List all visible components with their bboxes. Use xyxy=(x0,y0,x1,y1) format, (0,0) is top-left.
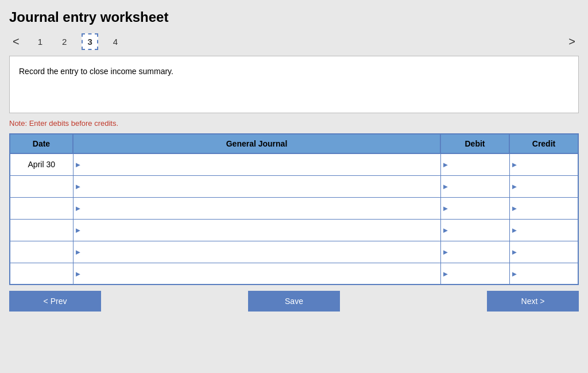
credit-input-4[interactable] xyxy=(510,220,578,241)
debit-input-5[interactable] xyxy=(441,241,509,263)
table-row: April 30 ► ► ► xyxy=(10,153,578,175)
debit-cell-2[interactable]: ► xyxy=(440,175,509,197)
next-arrow[interactable]: > xyxy=(565,34,579,49)
table-row: ► ► ► xyxy=(10,241,578,263)
credit-cell-2[interactable]: ► xyxy=(509,175,578,197)
prev-arrow[interactable]: < xyxy=(9,34,23,49)
date-cell-6 xyxy=(10,263,73,284)
date-cell-5 xyxy=(10,241,73,263)
debit-cell-5[interactable]: ► xyxy=(440,241,509,263)
page-title: Journal entry worksheet xyxy=(9,9,579,25)
gj-cell-1[interactable]: ► xyxy=(73,153,440,175)
nav-row: < 1 2 3 4 > xyxy=(9,33,579,50)
credit-input-5[interactable] xyxy=(510,241,578,263)
gj-cell-4[interactable]: ► xyxy=(73,219,440,241)
debit-cell-1[interactable]: ► xyxy=(440,153,509,175)
date-cell-2 xyxy=(10,175,73,197)
credit-cell-1[interactable]: ► xyxy=(509,153,578,175)
credit-cell-5[interactable]: ► xyxy=(509,241,578,263)
next-button[interactable]: Next > xyxy=(487,291,579,312)
gj-input-1[interactable] xyxy=(74,154,440,175)
credit-cell-4[interactable]: ► xyxy=(509,219,578,241)
credit-cell-6[interactable]: ► xyxy=(509,263,578,284)
credit-input-2[interactable] xyxy=(510,176,578,197)
gj-cell-5[interactable]: ► xyxy=(73,241,440,263)
debit-cell-4[interactable]: ► xyxy=(440,219,509,241)
debit-input-4[interactable] xyxy=(441,220,509,241)
instruction-text: Record the entry to close income summary… xyxy=(19,67,173,76)
gj-cell-2[interactable]: ► xyxy=(73,175,440,197)
prev-button[interactable]: < Prev xyxy=(9,291,101,312)
save-button[interactable]: Save xyxy=(248,291,340,312)
note-text: Note: Enter debits before credits. xyxy=(9,119,579,128)
nav-tab-1[interactable]: 1 xyxy=(33,34,47,49)
date-cell-1: April 30 xyxy=(10,153,73,175)
header-general-journal: General Journal xyxy=(73,134,440,153)
gj-input-4[interactable] xyxy=(74,220,440,241)
debit-cell-3[interactable]: ► xyxy=(440,197,509,219)
credit-cell-3[interactable]: ► xyxy=(509,197,578,219)
nav-tab-2[interactable]: 2 xyxy=(57,34,71,49)
credit-input-6[interactable] xyxy=(510,263,578,284)
table-row: ► ► ► xyxy=(10,197,578,219)
bottom-buttons: < Prev Save Next > xyxy=(9,291,579,312)
instruction-box: Record the entry to close income summary… xyxy=(9,56,579,113)
nav-tab-4[interactable]: 4 xyxy=(109,34,122,49)
gj-input-3[interactable] xyxy=(74,198,440,219)
gj-input-2[interactable] xyxy=(74,176,440,197)
debit-input-1[interactable] xyxy=(441,154,509,175)
date-cell-4 xyxy=(10,219,73,241)
debit-input-6[interactable] xyxy=(441,263,509,284)
table-row: ► ► ► xyxy=(10,263,578,284)
header-debit: Debit xyxy=(440,134,509,153)
gj-input-5[interactable] xyxy=(74,241,440,263)
credit-input-1[interactable] xyxy=(510,154,578,175)
header-date: Date xyxy=(10,134,73,153)
date-cell-3 xyxy=(10,197,73,219)
table-row: ► ► ► xyxy=(10,175,578,197)
debit-input-3[interactable] xyxy=(441,198,509,219)
credit-input-3[interactable] xyxy=(510,198,578,219)
debit-cell-6[interactable]: ► xyxy=(440,263,509,284)
debit-input-2[interactable] xyxy=(441,176,509,197)
gj-input-6[interactable] xyxy=(74,263,440,284)
journal-table: Date General Journal Debit Credit April … xyxy=(9,133,579,285)
nav-tab-3[interactable]: 3 xyxy=(82,33,98,50)
table-row: ► ► ► xyxy=(10,219,578,241)
gj-cell-6[interactable]: ► xyxy=(73,263,440,284)
gj-cell-3[interactable]: ► xyxy=(73,197,440,219)
header-credit: Credit xyxy=(509,134,578,153)
